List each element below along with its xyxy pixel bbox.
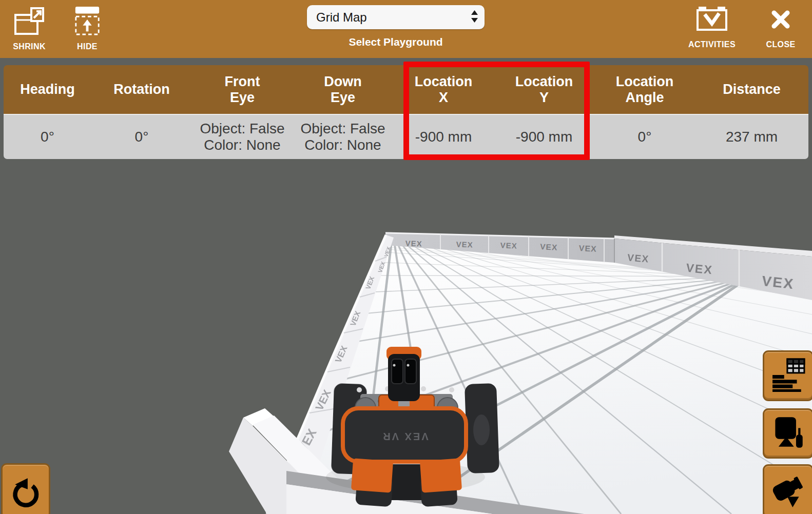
activities-button[interactable]: ACTIVITIES: [684, 7, 740, 49]
cell-location-angle: 0°: [594, 115, 695, 159]
hide-button[interactable]: HIDE: [72, 7, 103, 51]
top-toolbar: SHRINK HIDE Grid Map: [0, 0, 812, 58]
sensor-data-panel-button[interactable]: [763, 350, 812, 401]
data-table-icon: [771, 358, 805, 394]
activities-icon: [696, 7, 728, 33]
shrink-button[interactable]: SHRINK: [9, 7, 49, 51]
svg-text:VEX: VEX: [500, 241, 517, 250]
camera-icon: [771, 472, 805, 510]
reset-position-button[interactable]: [1, 463, 50, 514]
sensor-table-header-row: Heading Rotation Front Eye Down Eye Loca…: [4, 65, 808, 114]
playground-select[interactable]: Grid Map: [307, 5, 485, 29]
cell-heading: 0°: [4, 115, 91, 159]
monitor-joystick-icon: [772, 416, 805, 451]
column-header-location-y: Location Y: [494, 65, 594, 114]
cell-front-eye: Object: False Color: None: [192, 115, 293, 159]
column-header-heading: Heading: [4, 65, 91, 114]
column-header-distance: Distance: [695, 65, 808, 114]
close-icon: [770, 7, 791, 33]
close-button[interactable]: CLOSE: [763, 7, 798, 49]
svg-text:VEX: VEX: [761, 273, 795, 292]
column-header-location-x: Location X: [393, 65, 494, 114]
svg-text:VEX: VEX: [627, 252, 649, 265]
select-playground-caption: Select Playground: [307, 36, 485, 48]
cell-rotation: 0°: [91, 115, 192, 159]
select-arrows-icon: [471, 10, 478, 25]
sensor-dashboard-table: Heading Rotation Front Eye Down Eye Loca…: [4, 65, 808, 159]
svg-text:VEX: VEX: [540, 242, 558, 252]
cell-down-eye: Object: False Color: None: [293, 115, 393, 159]
svg-text:VEX VR: VEX VR: [381, 431, 428, 442]
column-header-front-eye: Front Eye: [192, 65, 293, 114]
svg-text:VEX: VEX: [686, 261, 713, 277]
svg-text:VEX: VEX: [405, 239, 422, 248]
reset-rotate-icon: [7, 470, 45, 513]
close-label: CLOSE: [766, 40, 795, 49]
shrink-label: SHRINK: [13, 42, 46, 51]
shrink-icon: [14, 7, 45, 35]
sensor-table-value-row: 0° 0° Object: False Color: None Object: …: [4, 114, 808, 159]
robot-pov-view-button[interactable]: [763, 408, 812, 459]
hide-label: HIDE: [77, 42, 98, 51]
camera-view-button[interactable]: [763, 464, 812, 514]
activities-label: ACTIVITIES: [688, 40, 736, 49]
cell-distance: 237 mm: [695, 115, 808, 159]
playground-window: VEX VEX VEX VEX VEX VEX VEX VEX: [0, 0, 812, 514]
column-header-location-angle: Location Angle: [594, 65, 695, 114]
column-header-rotation: Rotation: [91, 65, 192, 114]
cell-location-x: -900 mm: [393, 115, 494, 159]
svg-text:VEX: VEX: [578, 244, 597, 253]
column-header-down-eye: Down Eye: [293, 65, 393, 114]
svg-text:VEX: VEX: [456, 240, 473, 249]
cell-location-y: -900 mm: [494, 115, 594, 159]
hide-icon: [74, 7, 101, 35]
playground-select-value: Grid Map: [316, 10, 471, 25]
